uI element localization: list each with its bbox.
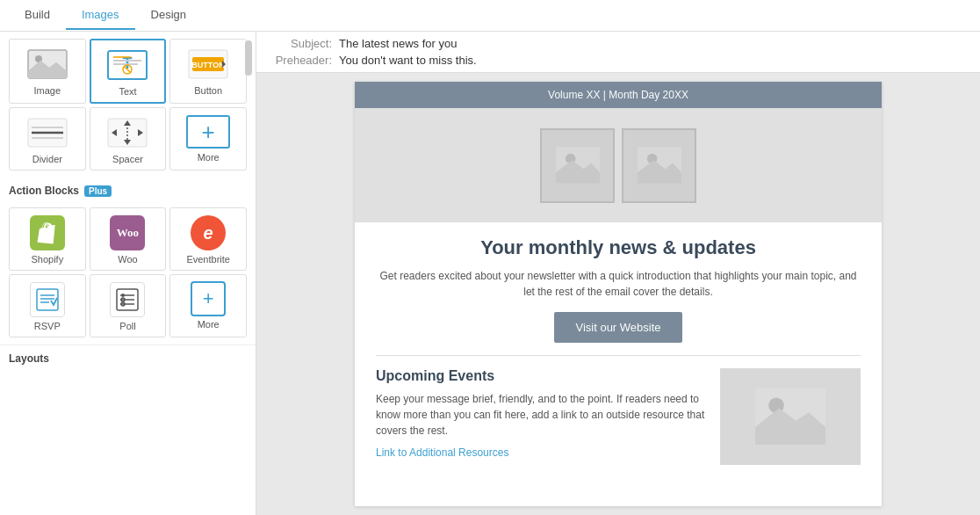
volume-line: Volume XX | Month Day 20XX <box>548 89 688 101</box>
svg-rect-24 <box>37 289 58 310</box>
tab-build[interactable]: Build <box>9 1 66 30</box>
subject-row: Subject: The latest news for you <box>270 37 966 50</box>
preheader-label: Preheader: <box>270 54 332 67</box>
email-meta: Subject: The latest news for you Prehead… <box>256 32 980 73</box>
preheader-row: Preheader: You don't want to miss this. <box>270 54 966 67</box>
preheader-value: You don't want to miss this. <box>339 54 477 67</box>
main-area: Image T Text <box>0 32 980 515</box>
block-label-more-action: More <box>198 319 220 330</box>
email-body-text: Get readers excited about your newslette… <box>376 268 861 300</box>
svg-text:BUTTON: BUTTON <box>191 61 224 69</box>
upcoming-title: Upcoming Events <box>376 368 710 384</box>
block-item-poll[interactable]: Poll <box>90 274 167 337</box>
shopify-icon <box>25 215 69 250</box>
action-blocks-grid: Shopify Woo Woo e Eventbrite <box>0 200 256 345</box>
hero-img-right <box>622 128 696 203</box>
image-icon <box>25 47 69 82</box>
col-image <box>720 368 861 465</box>
more-action-icon: + <box>186 282 230 316</box>
block-item-more-action[interactable]: + More <box>169 274 247 337</box>
action-blocks-header: Action Blocks Plus <box>0 178 256 200</box>
block-item-rsvp[interactable]: RSVP <box>9 274 86 337</box>
block-label-eventbrite: Eventbrite <box>186 254 230 265</box>
email-divider <box>376 355 861 356</box>
link-additional[interactable]: Link to Additional Resources <box>376 446 508 459</box>
hero-image-placeholder <box>355 108 882 222</box>
block-label-button: Button <box>194 85 222 96</box>
subject-value: The latest news for you <box>339 37 457 50</box>
block-item-text[interactable]: T Text <box>90 39 167 104</box>
block-item-divider[interactable]: Divider <box>9 107 86 170</box>
email-canvas: Volume XX | Month Day 20XX <box>256 73 980 515</box>
svg-rect-6 <box>113 60 141 62</box>
layouts-label: Layouts <box>9 352 49 365</box>
two-col-section: Upcoming Events Keep your message brief,… <box>376 368 861 465</box>
block-label-rsvp: RSVP <box>34 321 61 331</box>
spacer-icon <box>105 115 149 150</box>
text-icon: T <box>105 47 149 83</box>
block-item-button[interactable]: BUTTON Button <box>169 39 247 104</box>
block-label-spacer: Spacer <box>112 154 143 164</box>
woo-icon: Woo <box>105 215 149 250</box>
col-text: Upcoming Events Keep your message brief,… <box>376 368 710 465</box>
block-item-woo[interactable]: Woo Woo <box>90 207 167 271</box>
upcoming-text-content: Keep your message brief, friendly, and t… <box>376 393 704 437</box>
block-label-poll: Poll <box>119 321 135 331</box>
eventbrite-icon: e <box>186 215 230 250</box>
block-item-image[interactable]: Image <box>9 39 86 104</box>
block-label-shopify: Shopify <box>31 254 63 265</box>
block-label-divider: Divider <box>32 154 62 164</box>
cta-button[interactable]: Visit our Website <box>554 312 681 343</box>
top-tabs: Build Images Design <box>0 0 980 32</box>
layouts-header: Layouts <box>0 345 256 368</box>
email-headline: Your monthly news & updates <box>376 236 861 259</box>
more-blocks-icon: + <box>186 115 230 149</box>
block-label-more: More <box>198 152 220 163</box>
subject-label: Subject: <box>270 37 332 50</box>
left-panel: Image T Text <box>0 32 256 515</box>
scroll-indicator[interactable] <box>245 40 252 76</box>
hero-img-left <box>540 128 615 203</box>
block-item-shopify[interactable]: Shopify <box>9 207 86 271</box>
tab-images[interactable]: Images <box>66 1 135 30</box>
divider-icon <box>25 115 69 150</box>
rsvp-icon <box>25 282 69 317</box>
side-image-placeholder <box>720 368 861 465</box>
email-header-bar: Volume XX | Month Day 20XX <box>355 82 882 108</box>
block-label-image: Image <box>34 85 61 96</box>
block-item-more[interactable]: + More <box>169 107 247 170</box>
poll-icon <box>105 282 149 317</box>
email-main-section: Your monthly news & updates Get readers … <box>355 222 882 479</box>
plus-badge: Plus <box>84 185 112 197</box>
upcoming-text: Keep your message brief, friendly, and t… <box>376 391 710 439</box>
action-blocks-label: Action Blocks <box>9 185 79 197</box>
block-item-spacer[interactable]: Spacer <box>90 107 167 170</box>
block-label-woo: Woo <box>118 254 137 265</box>
content-blocks-grid: Image T Text <box>0 32 256 178</box>
email-body: Volume XX | Month Day 20XX <box>355 82 882 506</box>
right-content: Subject: The latest news for you Prehead… <box>256 32 980 515</box>
button-icon: BUTTON <box>186 47 230 82</box>
svg-point-32 <box>121 294 125 297</box>
svg-rect-5 <box>113 56 131 58</box>
block-item-eventbrite[interactable]: e Eventbrite <box>169 207 247 271</box>
tab-design[interactable]: Design <box>135 1 202 30</box>
block-label-text: Text <box>119 86 136 97</box>
